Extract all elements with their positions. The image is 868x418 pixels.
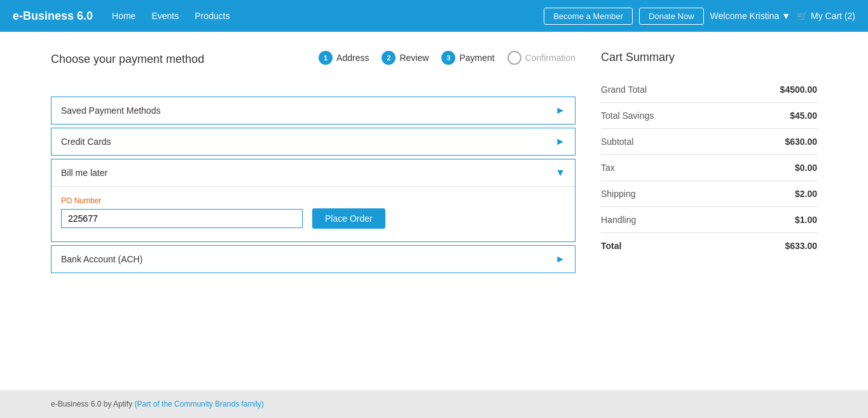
accordion-header-bank[interactable]: Bank Account (ACH) ► [52,246,575,273]
main-nav: Home Events Products [112,11,230,21]
cart-value-shipping: $2.00 [795,189,817,199]
cart-value-grand-total: $4500.00 [780,84,817,95]
cart-label-shipping: Shipping [601,189,636,199]
cart-row-subtotal: Subtotal $630.00 [601,129,817,155]
po-row: Place Order [61,208,565,229]
dropdown-arrow-icon: ▼ [782,11,790,21]
cart-row-savings: Total Savings $45.00 [601,103,817,129]
step-review: 2 Review [382,51,429,65]
arrow-right-icon-bank: ► [555,253,565,265]
header-left: e-Business 6.0 Home Events Products [13,10,230,23]
accordion-header-bill-later[interactable]: Bill me later ▼ [52,159,575,186]
cart-label-savings: Total Savings [601,111,654,121]
arrow-right-icon-saved: ► [555,105,565,116]
cart-value-total: $633.00 [785,241,817,251]
accordion-bill-later: Bill me later ▼ PO Number Place Order [51,159,575,242]
cart-row-handling: Handling $1.00 [601,207,817,233]
cart-area[interactable]: 🛒 My Cart (2) [797,11,855,21]
cart-value-tax: $0.00 [795,163,817,173]
credit-cards-title: Credit Cards [61,137,111,147]
page-title: Choose your payment method [51,53,204,66]
footer-link[interactable]: (Part of the Community Brands family) [134,400,263,408]
cart-row-total: Total $633.00 [601,233,817,259]
po-number-input[interactable] [61,209,303,228]
step-confirmation: Confirmation [507,51,575,65]
accordion-credit-cards: Credit Cards ► [51,128,575,156]
step-circle-2: 2 [382,51,396,65]
cart-icon: 🛒 [797,11,808,21]
step-address: 1 Address [319,51,369,65]
step-circle-3: 3 [441,51,455,65]
step-payment: 3 Payment [441,51,494,65]
nav-products[interactable]: Products [195,11,230,21]
cart-label: My Cart (2) [811,11,855,21]
bill-later-body: PO Number Place Order [52,186,575,241]
step-label-address: Address [336,53,369,63]
step-circle-4 [507,51,521,65]
become-member-button[interactable]: Become a Member [544,8,633,25]
header-right: Become a Member Donate Now Welcome Krist… [544,8,855,25]
cart-label-subtotal: Subtotal [601,137,633,147]
bank-title: Bank Account (ACH) [61,254,142,264]
nav-events[interactable]: Events [151,11,179,21]
cart-row-grand-total: Grand Total $4500.00 [601,77,817,103]
step-circle-1: 1 [319,51,333,65]
cart-label-handling: Handling [601,215,636,225]
welcome-user[interactable]: Welcome Kristina ▼ [710,11,790,21]
cart-row-shipping: Shipping $2.00 [601,181,817,207]
bill-later-title: Bill me later [61,168,107,178]
accordion-header-credit[interactable]: Credit Cards ► [52,128,575,155]
accordion-header-saved[interactable]: Saved Payment Methods ► [52,97,575,124]
footer-text: e-Business 6.0 by Aptify [51,400,134,408]
right-panel: Cart Summary Grand Total $4500.00 Total … [601,51,817,371]
nav-home[interactable]: Home [112,11,135,21]
arrow-right-icon-credit: ► [555,136,565,147]
place-order-button[interactable]: Place Order [312,208,385,229]
step-label-payment: Payment [459,53,494,63]
po-number-label: PO Number [61,196,565,205]
left-panel: Choose your payment method 1 Address 2 R… [51,51,575,371]
cart-value-subtotal: $630.00 [785,137,817,147]
cart-value-savings: $45.00 [790,111,817,121]
step-label-review: Review [399,53,429,63]
brand-logo: e-Business 6.0 [13,10,93,23]
cart-value-handling: $1.00 [795,215,817,225]
main-content: Choose your payment method 1 Address 2 R… [0,32,868,390]
cart-label-grand-total: Grand Total [601,84,647,95]
cart-summary-title: Cart Summary [601,51,817,64]
cart-label-total: Total [601,241,621,251]
footer: e-Business 6.0 by Aptify (Part of the Co… [0,390,868,418]
cart-label-tax: Tax [601,163,615,173]
cart-row-tax: Tax $0.00 [601,155,817,181]
step-label-confirmation: Confirmation [525,53,575,63]
welcome-label: Welcome Kristina [710,11,780,21]
arrow-down-icon-bill-later: ▼ [555,167,565,179]
stepper: 1 Address 2 Review 3 Payment Confirmatio… [319,51,575,65]
header: e-Business 6.0 Home Events Products Beco… [0,0,868,32]
accordion-saved-payment: Saved Payment Methods ► [51,97,575,125]
accordion-bank-ach: Bank Account (ACH) ► [51,245,575,273]
saved-payment-title: Saved Payment Methods [61,105,160,116]
donate-button[interactable]: Donate Now [639,8,704,25]
